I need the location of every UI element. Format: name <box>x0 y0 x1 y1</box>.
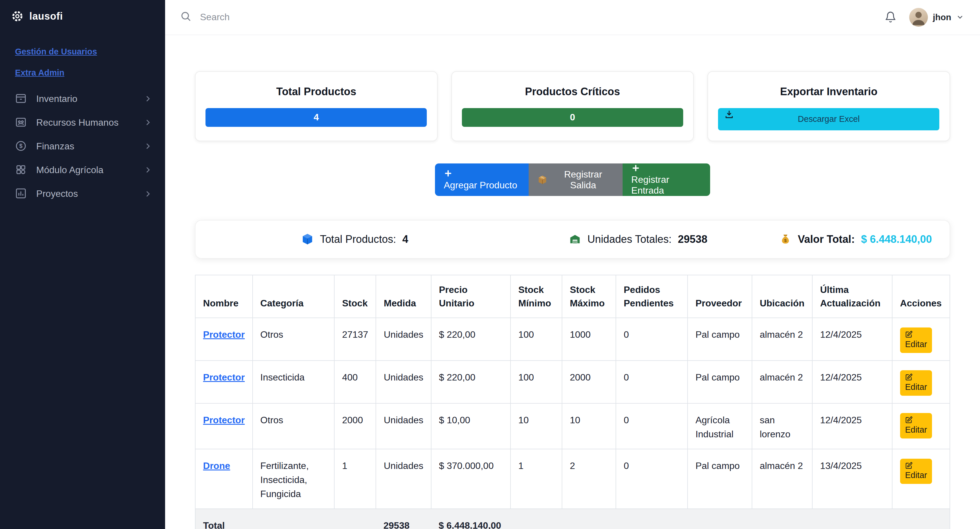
cell-stock-minimo: 1 <box>511 449 562 509</box>
cell-ubicacion: almacén 2 <box>752 318 812 360</box>
register-exit-button[interactable]: Registrar Salida <box>529 163 622 196</box>
cell-fecha: 13/4/2025 <box>812 449 892 509</box>
cell-medida: Unidades <box>376 360 431 403</box>
chevron-right-icon <box>144 118 153 127</box>
add-product-label: Agregar Producto <box>444 180 517 191</box>
avatar <box>909 8 928 27</box>
summary-value: 4 <box>402 233 408 245</box>
cell-categoria: Otros <box>253 403 334 449</box>
edit-icon <box>905 373 913 381</box>
svg-text:$: $ <box>19 143 22 149</box>
cell-stock-minimo: 100 <box>511 318 562 360</box>
cell-pedidos: 0 <box>616 449 687 509</box>
cell-ubicacion: almacén 2 <box>752 360 812 403</box>
cell-ubicacion: san lorenzo <box>752 403 812 449</box>
summary-total-productos: Total Productos: 4 <box>213 233 496 245</box>
app: lausofi Gestión de Usuarios Extra Admin … <box>0 0 980 529</box>
card-total-productos: Total Productos 4 <box>195 71 438 141</box>
edit-button[interactable]: Editar <box>900 370 932 395</box>
total-productos-value: 4 <box>205 108 427 127</box>
table-total-row: Total 29538 $ 6.448.140,00 <box>195 509 950 529</box>
search-input[interactable] <box>199 11 461 23</box>
download-icon <box>724 110 734 121</box>
total-spacer <box>511 509 950 529</box>
edit-label: Editar <box>905 382 927 392</box>
add-product-button[interactable]: Agregar Producto <box>435 163 529 196</box>
cell-medida: Unidades <box>376 403 431 449</box>
product-link[interactable]: Drone <box>203 460 231 471</box>
chevron-down-icon <box>956 13 964 21</box>
cell-stock: 2000 <box>334 403 376 449</box>
col-header: Acciones <box>892 275 950 318</box>
total-label: Total <box>195 509 376 529</box>
grid-icon <box>15 164 27 176</box>
cell-ubicacion: almacén 2 <box>752 449 812 509</box>
col-header: Stock Mínimo <box>511 275 562 318</box>
cell-stock-minimo: 10 <box>511 403 562 449</box>
kpi-cards: Total Productos 4 Productos Críticos 0 E… <box>195 71 950 141</box>
inventory-table-wrap: Nombre Categoría Stock Medida Precio Uni… <box>195 275 950 529</box>
register-entry-button[interactable]: Registrar Entrada <box>623 163 710 196</box>
edit-icon <box>905 331 913 338</box>
sidebar-link-gestion-de-usuarios[interactable]: Gestión de Usuarios <box>0 41 165 62</box>
search-icon <box>180 11 191 24</box>
bell-icon[interactable] <box>885 11 897 23</box>
box-icon <box>301 233 314 245</box>
cell-precio: $ 220,00 <box>431 318 511 360</box>
total-stock: 29538 <box>376 509 431 529</box>
table-row: Protector Otros 2000 Unidades $ 10,00 10… <box>195 403 950 449</box>
user-menu[interactable]: jhon <box>909 8 964 27</box>
main: jhon Total Productos 4 Productos Crítico… <box>165 0 980 529</box>
sidebar-item-label: Finanzas <box>36 141 135 152</box>
card-productos-criticos: Productos Críticos 0 <box>451 71 694 141</box>
sidebar-item-label: Proyectos <box>36 188 135 199</box>
download-excel-button[interactable]: Descargar Excel <box>718 108 939 131</box>
product-link[interactable]: Protector <box>203 329 245 340</box>
col-header: Pedidos Pendientes <box>616 275 687 318</box>
sidebar-link-extra-admin[interactable]: Extra Admin <box>0 62 165 83</box>
edit-label: Editar <box>905 425 927 435</box>
summary-value: 29538 <box>678 233 708 245</box>
col-header: Stock Máximo <box>562 275 616 318</box>
cell-stock: 400 <box>334 360 376 403</box>
cell-stock: 27137 <box>334 318 376 360</box>
edit-button[interactable]: Editar <box>900 459 932 484</box>
cell-stock-maximo: 2 <box>562 449 616 509</box>
cell-proveedor: Agrícola Industrial <box>687 403 752 449</box>
cell-stock-maximo: 1000 <box>562 318 616 360</box>
cell-fecha: 12/4/2025 <box>812 403 892 449</box>
col-header: Categoría <box>253 275 334 318</box>
sidebar-item-modulo-agricola[interactable]: Módulo Agrícola <box>0 158 165 182</box>
package-icon <box>538 175 547 185</box>
summary-unidades-totales: Unidades Totales: 29538 <box>496 233 780 245</box>
cell-precio: $ 10,00 <box>431 403 511 449</box>
product-link[interactable]: Protector <box>203 372 245 382</box>
cell-stock: 1 <box>334 449 376 509</box>
cell-proveedor: Pal campo <box>687 360 752 403</box>
plus-icon <box>444 169 453 178</box>
edit-button[interactable]: Editar <box>900 327 932 353</box>
card-title: Total Productos <box>205 86 427 98</box>
sidebar-item-label: Módulo Agrícola <box>36 165 135 175</box>
table-row: Drone Fertilizante, Insecticida, Fungici… <box>195 449 950 509</box>
card-exportar-inventario: Exportar Inventario Descargar Excel <box>708 71 950 141</box>
edit-button[interactable]: Editar <box>900 413 932 438</box>
register-entry-label: Registrar Entrada <box>632 174 702 196</box>
cell-categoria: Fertilizante, Insecticida, Fungicida <box>253 449 334 509</box>
product-link[interactable]: Protector <box>203 415 245 425</box>
col-header: Medida <box>376 275 431 318</box>
sidebar-item-proyectos[interactable]: Proyectos <box>0 182 165 206</box>
cell-precio: $ 370.000,00 <box>431 449 511 509</box>
sidebar-item-inventario[interactable]: Inventario <box>0 87 165 111</box>
table-header-row: Nombre Categoría Stock Medida Precio Uni… <box>195 275 950 318</box>
cell-fecha: 12/4/2025 <box>812 360 892 403</box>
sidebar-item-finanzas[interactable]: $ Finanzas <box>0 134 165 158</box>
warehouse-icon <box>569 233 581 245</box>
summary-valor-total: $ Valor Total: $ 6.448.140,00 <box>780 233 932 245</box>
brand-name: lausofi <box>29 11 63 22</box>
cell-stock-maximo: 10 <box>562 403 616 449</box>
cell-pedidos: 0 <box>616 360 687 403</box>
cell-stock-minimo: 100 <box>511 360 562 403</box>
sidebar-item-recursos-humanos[interactable]: Recursos Humanos <box>0 111 165 134</box>
total-precio: $ 6.448.140,00 <box>431 509 511 529</box>
